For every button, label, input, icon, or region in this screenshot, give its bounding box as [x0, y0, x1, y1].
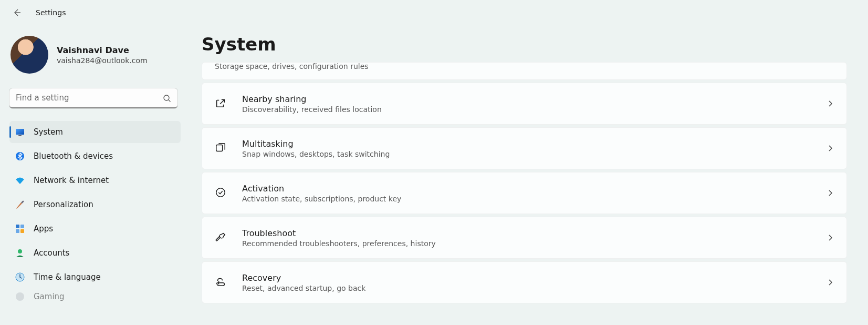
sidebar-item-network[interactable]: Network & internet: [9, 169, 181, 191]
page-title: System: [202, 34, 847, 55]
card-subtitle: Reset, advanced startup, go back: [242, 284, 812, 292]
sidebar-item-label: Accounts: [34, 248, 69, 258]
sidebar-item-time-language[interactable]: Time & language: [9, 266, 181, 288]
card-subtitle: Discoverability, received files location: [242, 105, 812, 114]
card-title: Recovery: [242, 273, 812, 283]
wrench-icon: [215, 231, 227, 244]
card-title: Activation: [242, 184, 812, 194]
settings-list: Storage Storage space, drives, configura…: [202, 62, 847, 303]
sidebar-item-accounts[interactable]: Accounts: [9, 242, 181, 264]
svg-point-11: [16, 292, 24, 301]
clock-globe-icon: [15, 272, 25, 282]
settings-card-troubleshoot[interactable]: Troubleshoot Recommended troubleshooters…: [202, 217, 847, 259]
svg-point-9: [18, 249, 22, 253]
svg-rect-6: [20, 225, 24, 228]
profile-name: Vaishnavi Dave: [57, 45, 148, 55]
gamepad-icon: [15, 291, 25, 302]
card-title: Troubleshoot: [242, 228, 812, 238]
back-button[interactable]: [11, 6, 23, 19]
settings-card-multitasking[interactable]: Multitasking Snap windows, desktops, tas…: [202, 127, 847, 169]
chevron-right-icon: [827, 234, 834, 241]
profile[interactable]: Vaishnavi Dave vaisha284@outlook.com: [9, 34, 181, 84]
sidebar-item-label: Bluetooth & devices: [34, 151, 113, 161]
sidebar-item-bluetooth[interactable]: Bluetooth & devices: [9, 145, 181, 167]
chevron-right-icon: [827, 100, 834, 107]
sidebar-item-system[interactable]: System: [9, 121, 181, 143]
svg-rect-2: [16, 129, 24, 135]
card-subtitle: Storage space, drives, configuration rul…: [215, 62, 834, 70]
svg-rect-7: [16, 229, 19, 233]
card-title: Nearby sharing: [242, 94, 812, 104]
paintbrush-icon: [15, 199, 25, 210]
card-title: Multitasking: [242, 139, 812, 149]
card-subtitle: Snap windows, desktops, task switching: [242, 150, 812, 158]
sidebar-item-gaming[interactable]: Gaming: [9, 290, 181, 303]
card-subtitle: Activation state, subscriptions, product…: [242, 195, 812, 203]
person-icon: [15, 248, 25, 258]
svg-rect-8: [20, 229, 24, 233]
sidebar-item-label: Time & language: [34, 272, 101, 282]
sidebar-item-label: Gaming: [34, 292, 65, 301]
nav: System Bluetooth & devices Network & int…: [9, 121, 181, 303]
settings-card-nearby-sharing[interactable]: Nearby sharing Discoverability, received…: [202, 83, 847, 125]
multitasking-icon: [215, 142, 227, 155]
svg-rect-3: [18, 135, 22, 136]
titlebar: Settings: [0, 0, 868, 25]
card-subtitle: Recommended troubleshooters, preferences…: [242, 239, 812, 248]
sidebar-item-personalization[interactable]: Personalization: [9, 194, 181, 216]
wifi-icon: [15, 175, 25, 186]
chevron-right-icon: [827, 189, 834, 197]
sidebar: Vaishnavi Dave vaisha284@outlook.com Sys…: [0, 25, 189, 325]
settings-card-storage[interactable]: Storage Storage space, drives, configura…: [202, 62, 847, 80]
recovery-icon: [215, 276, 227, 289]
window-title: Settings: [36, 8, 66, 17]
profile-email: vaisha284@outlook.com: [57, 56, 148, 65]
search-wrap: [9, 88, 181, 108]
settings-card-recovery[interactable]: Recovery Reset, advanced startup, go bac…: [202, 261, 847, 303]
chevron-right-icon: [827, 279, 834, 286]
sidebar-item-apps[interactable]: Apps: [9, 218, 181, 240]
svg-point-13: [216, 188, 225, 197]
content: Vaishnavi Dave vaisha284@outlook.com Sys…: [0, 25, 868, 325]
settings-card-activation[interactable]: Activation Activation state, subscriptio…: [202, 172, 847, 214]
arrow-left-icon: [13, 8, 21, 17]
sidebar-item-label: Personalization: [34, 200, 93, 209]
share-icon: [215, 97, 227, 110]
checkmark-circle-icon: [215, 187, 227, 199]
svg-point-0: [164, 95, 169, 100]
bluetooth-icon: [15, 151, 25, 161]
svg-rect-12: [216, 145, 223, 151]
search-input[interactable]: [9, 88, 177, 108]
sidebar-item-label: System: [34, 127, 63, 137]
sidebar-item-label: Network & internet: [34, 176, 109, 185]
svg-rect-5: [16, 225, 19, 228]
search-icon: [163, 94, 171, 103]
main: System Storage Storage space, drives, co…: [189, 25, 868, 325]
display-icon: [15, 127, 25, 137]
sidebar-item-label: Apps: [34, 224, 53, 233]
apps-icon: [15, 224, 25, 234]
profile-text: Vaishnavi Dave vaisha284@outlook.com: [57, 45, 148, 65]
avatar: [11, 36, 48, 74]
chevron-right-icon: [827, 145, 834, 152]
